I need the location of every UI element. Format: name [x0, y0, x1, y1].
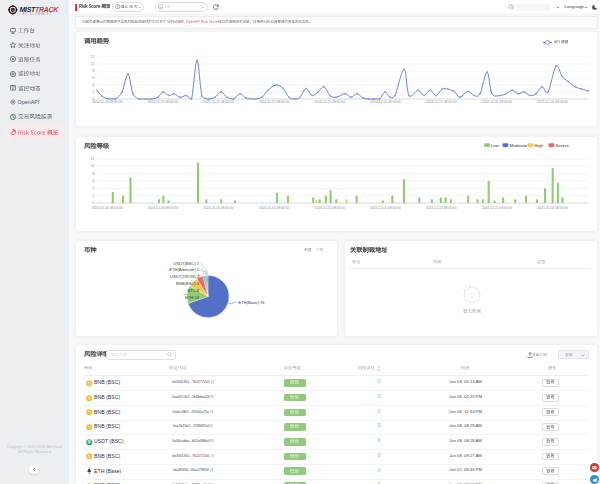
svg-text:2024-12-05 08:00:00: 2024-12-05 08:00:00 [370, 206, 401, 210]
svg-text:ETH(Arbitrum):1: ETH(Arbitrum):1 [169, 267, 200, 272]
svg-text:4: 4 [93, 83, 95, 87]
svg-text:12: 12 [91, 157, 95, 161]
svg-text:8: 8 [93, 172, 95, 176]
svg-text:2024-10-16 08:00:00: 2024-10-16 08:00:00 [92, 206, 123, 210]
svg-text:2025-01-04 08:00:00: 2025-01-04 08:00:00 [537, 100, 568, 104]
svg-text:BNB(BSC):5: BNB(BSC):5 [176, 281, 200, 286]
svg-text:High: High [535, 143, 544, 148]
svg-text:4: 4 [93, 186, 95, 190]
svg-text:Moderate: Moderate [510, 143, 528, 148]
svg-text:2024-11-25 08:00:00: 2024-11-25 08:00:00 [315, 100, 346, 104]
svg-text:2024-12-25 08:00:00: 2024-12-25 08:00:00 [482, 206, 513, 210]
svg-text:Severe: Severe [556, 143, 570, 148]
svg-text:Low: Low [491, 143, 500, 148]
svg-text:2024-12-25 08:00:00: 2024-12-25 08:00:00 [482, 100, 513, 104]
svg-text:2024-12-15 08:00:00: 2024-12-15 08:00:00 [426, 206, 457, 210]
svg-text:USDT(TRON):2: USDT(TRON):2 [170, 274, 200, 279]
svg-text:2024-10-16 08:00:00: 2024-10-16 08:00:00 [92, 100, 123, 104]
svg-text:2024-11-15 08:00:00: 2024-11-15 08:00:00 [259, 100, 290, 104]
svg-text:ETH(Base):76: ETH(Base):76 [239, 300, 266, 305]
svg-text:2024-11-15 08:00:00: 2024-11-15 08:00:00 [259, 206, 290, 210]
svg-text:2024-12-15 08:00:00: 2024-12-15 08:00:00 [426, 100, 457, 104]
svg-text:2024-11-25 08:00:00: 2024-11-25 08:00:00 [315, 206, 346, 210]
svg-text:10: 10 [91, 164, 95, 168]
svg-text:2024-10-26 08:00:00: 2024-10-26 08:00:00 [147, 100, 178, 104]
svg-text:12: 12 [91, 55, 95, 59]
svg-text:2024-11-05 08:00:00: 2024-11-05 08:00:00 [203, 100, 234, 104]
svg-text:2024-12-05 08:00:00: 2024-12-05 08:00:00 [370, 100, 401, 104]
svg-text:USDT(BSC):1: USDT(BSC):1 [173, 261, 199, 266]
svg-text:2024-10-26 08:00:00: 2024-10-26 08:00:00 [147, 206, 178, 210]
svg-text:2024-11-05 08:00:00: 2024-11-05 08:00:00 [203, 206, 234, 210]
svg-text:ETH:14: ETH:14 [185, 295, 200, 300]
svg-text:0: 0 [93, 201, 95, 205]
svg-text:8: 8 [93, 69, 95, 73]
svg-text:2025-01-04 08:00:00: 2025-01-04 08:00:00 [537, 206, 568, 210]
svg-text:6: 6 [93, 76, 95, 80]
svg-text:10: 10 [91, 62, 95, 66]
svg-text:6: 6 [93, 179, 95, 183]
svg-text:BTC:8: BTC:8 [187, 288, 199, 293]
svg-text:2: 2 [93, 194, 95, 198]
svg-text:2: 2 [93, 90, 95, 94]
